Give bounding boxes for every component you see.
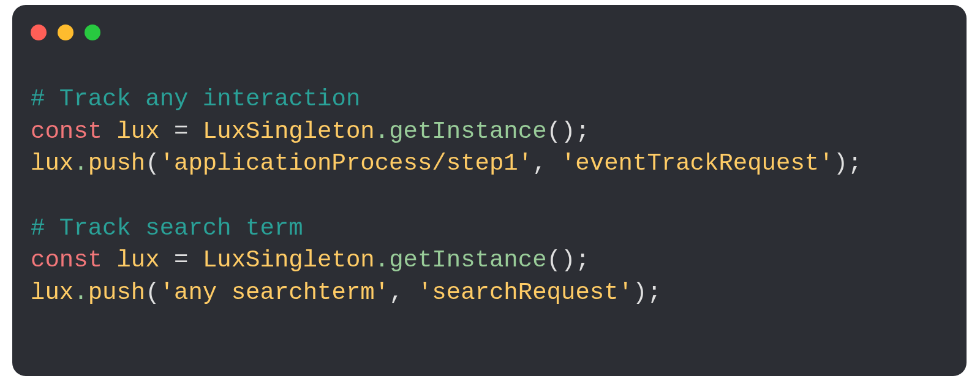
code-token: (); (547, 118, 590, 145)
code-line: # Track any interaction (31, 83, 948, 116)
code-token: = (174, 118, 188, 145)
code-token (188, 118, 202, 145)
code-token: . (74, 150, 88, 177)
code-token: (); (547, 247, 590, 274)
code-token (102, 118, 116, 145)
code-token (160, 118, 174, 145)
code-token: 'eventTrackRequest' (561, 150, 834, 177)
code-token: const (31, 118, 102, 145)
code-line: const lux = LuxSingleton.getInstance(); (31, 116, 948, 148)
close-icon[interactable] (31, 25, 47, 40)
code-token: 'searchRequest' (418, 279, 633, 306)
code-token: . (74, 279, 88, 306)
code-token: lux (31, 279, 74, 306)
code-window: # Track any interactionconst lux = LuxSi… (12, 5, 967, 376)
code-token: push (88, 150, 146, 177)
code-token: # Track search term (31, 215, 303, 242)
code-token (188, 247, 202, 274)
code-token: . (375, 247, 389, 274)
code-token (160, 247, 174, 274)
code-token: ( (145, 279, 159, 306)
code-token: LuxSingleton (203, 247, 375, 274)
code-token: , (389, 279, 418, 306)
minimize-icon[interactable] (58, 25, 74, 40)
code-token: 'any searchterm' (160, 279, 389, 306)
code-line: # Track search term (31, 213, 948, 245)
code-line: lux.push('any searchterm', 'searchReques… (31, 277, 948, 309)
code-token: = (174, 247, 188, 274)
code-token: ); (834, 150, 862, 177)
code-line (31, 180, 948, 213)
code-token: . (375, 118, 389, 145)
code-token: ( (145, 150, 159, 177)
code-token: LuxSingleton (203, 118, 375, 145)
code-token: push (88, 279, 146, 306)
code-token (102, 247, 116, 274)
code-token: lux (116, 247, 159, 274)
code-line: lux.push('applicationProcess/step1', 'ev… (31, 148, 948, 180)
code-block: # Track any interactionconst lux = LuxSi… (12, 47, 967, 327)
code-token: getInstance (389, 118, 546, 145)
code-token: getInstance (389, 247, 546, 274)
code-token: # Track any interaction (31, 86, 360, 113)
code-token: lux (116, 118, 159, 145)
code-line: const lux = LuxSingleton.getInstance(); (31, 244, 948, 277)
zoom-icon[interactable] (85, 25, 100, 40)
code-token: lux (31, 150, 74, 177)
window-titlebar (12, 5, 967, 47)
code-token: const (31, 247, 102, 274)
code-token: , (532, 150, 561, 177)
code-token: ); (633, 279, 662, 306)
code-token: 'applicationProcess/step1' (160, 150, 533, 177)
